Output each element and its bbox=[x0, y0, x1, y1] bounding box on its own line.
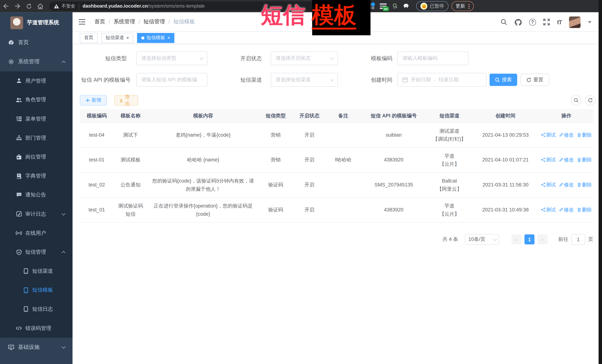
fullscreen-icon[interactable] bbox=[543, 19, 550, 25]
extension-list-icon[interactable]: on bbox=[380, 3, 387, 9]
col-actions: 操作 bbox=[539, 109, 593, 122]
app-title: 芋道管理系统 bbox=[27, 19, 59, 26]
add-button[interactable]: 新增 bbox=[80, 95, 107, 105]
gauge-icon bbox=[8, 40, 14, 46]
sidebar-item-post-mgmt[interactable]: 岗位管理 bbox=[0, 147, 73, 167]
breadcrumb: 首页 / 系统管理 / 短信管理 / 短信模板 bbox=[95, 18, 195, 25]
chevron-down-icon bbox=[330, 77, 334, 81]
sms-type-select[interactable]: 请选择短信类型 bbox=[136, 52, 207, 65]
close-icon[interactable]: × bbox=[168, 36, 170, 40]
tab-sms-template[interactable]: 短信模板 × bbox=[137, 33, 174, 43]
close-icon[interactable]: × bbox=[126, 36, 129, 40]
search-button[interactable]: 搜索 bbox=[490, 74, 517, 86]
sidebar-submenu-system: 用户管理 角色管理 菜单管理 部门管理 bbox=[0, 71, 73, 338]
sidebar-item-user-mgmt[interactable]: 用户管理 bbox=[0, 71, 73, 90]
sidebar-item-notice[interactable]: 通知公告 bbox=[0, 186, 73, 205]
delete-link[interactable]: 删除 bbox=[577, 131, 592, 139]
col-template-code: 模板编码 bbox=[80, 109, 114, 122]
edit-link[interactable]: 修改 bbox=[559, 181, 574, 189]
sidebar-logo[interactable]: 芋道管理系统 bbox=[0, 12, 73, 33]
test-link[interactable]: 测试 bbox=[541, 181, 556, 189]
extension-magnifier-icon[interactable] bbox=[392, 3, 398, 9]
channel-label: 短信渠道 bbox=[207, 73, 262, 87]
browser-menu-icon[interactable] bbox=[468, 4, 469, 9]
profile-paused-pill[interactable]: 已暂停 bbox=[416, 1, 448, 11]
reload-icon[interactable] bbox=[23, 0, 34, 12]
sidebar-item-sms-log[interactable]: 短信日志 bbox=[0, 300, 73, 319]
breadcrumb-sms[interactable]: 短信管理 bbox=[144, 18, 165, 25]
text-size-icon[interactable]: tT bbox=[557, 19, 562, 25]
page-size-select[interactable]: 10条/页 bbox=[465, 234, 499, 245]
monitor-icon bbox=[8, 344, 14, 350]
collapse-sidebar-icon[interactable] bbox=[79, 19, 85, 25]
edit-link[interactable]: 修改 bbox=[559, 131, 574, 139]
table-row: test_01 测试验证码短信 正在进行登录操作{operation}，您的验证… bbox=[80, 197, 593, 222]
insecure-label[interactable]: 不安全 bbox=[62, 3, 79, 10]
sidebar-item-role-mgmt[interactable]: 角色管理 bbox=[0, 90, 73, 109]
edit-link[interactable]: 修改 bbox=[559, 206, 574, 214]
sidebar-item-home[interactable]: 首页 bbox=[0, 33, 73, 52]
refresh-button[interactable] bbox=[585, 95, 595, 105]
status-select[interactable]: 请选择开启状态 bbox=[271, 52, 338, 65]
gear-icon bbox=[8, 59, 14, 65]
table-header-row: 模板编码 模板名称 模板内容 短信类型 开启状态 备注 短信 API 的模板编号… bbox=[80, 109, 593, 122]
date-range-picker[interactable]: 开始日期 - 结束日期 bbox=[398, 73, 487, 87]
annotation-title: 短信模板 bbox=[261, 2, 356, 28]
forward-icon[interactable] bbox=[11, 0, 23, 12]
export-button[interactable]: 导出 bbox=[115, 95, 138, 105]
status-label: 开启状态 bbox=[207, 52, 262, 65]
sidebar-item-errcode-mgmt[interactable]: 错误码管理 bbox=[0, 319, 73, 338]
sidebar-item-online-users[interactable]: 在线用户 bbox=[0, 224, 73, 243]
sidebar-item-menu-mgmt[interactable]: 菜单管理 bbox=[0, 109, 73, 128]
prev-page-button[interactable]: ‹ bbox=[511, 234, 521, 244]
channel-select[interactable]: 请选择短信渠道 bbox=[271, 73, 338, 87]
back-icon[interactable] bbox=[0, 0, 11, 12]
breadcrumb-home[interactable]: 首页 bbox=[95, 18, 105, 25]
insecure-warning-icon[interactable] bbox=[54, 4, 59, 9]
home-icon[interactable] bbox=[34, 0, 46, 12]
dict-book-icon bbox=[16, 173, 22, 179]
date-start-placeholder: 开始日期 bbox=[411, 76, 431, 83]
delete-link[interactable]: 删除 bbox=[577, 181, 592, 189]
badge-icon bbox=[16, 154, 22, 160]
breadcrumb-system[interactable]: 系统管理 bbox=[114, 18, 135, 25]
delete-link[interactable]: 删除 bbox=[577, 206, 592, 214]
col-channel: 短信渠道 bbox=[427, 109, 471, 122]
goto-page-input[interactable]: 1 bbox=[571, 234, 585, 245]
menu-tree-icon bbox=[16, 116, 22, 122]
delete-link[interactable]: 删除 bbox=[577, 156, 592, 164]
sidebar-item-sms-channel[interactable]: 短信渠道 bbox=[0, 262, 73, 281]
sidebar-item-system-mgmt[interactable]: 系统管理 bbox=[0, 52, 73, 72]
reset-button[interactable]: 重置 bbox=[521, 74, 549, 86]
browser-update-button[interactable]: 更新 bbox=[451, 1, 473, 11]
avatar-dropdown-icon[interactable] bbox=[588, 21, 592, 23]
user-avatar[interactable] bbox=[569, 16, 580, 28]
col-sms-type: 短信类型 bbox=[259, 109, 292, 122]
api-template-input[interactable]: 请输入短信 API 的模板编 bbox=[136, 73, 207, 87]
next-page-button[interactable]: › bbox=[538, 234, 548, 244]
calendar-icon bbox=[402, 77, 408, 83]
page-unit-label: 页 bbox=[588, 236, 593, 243]
sidebar: 芋道管理系统 首页 系统管理 用户管理 bbox=[0, 12, 73, 364]
edit-link[interactable]: 修改 bbox=[559, 156, 574, 164]
sidebar-item-dept-mgmt[interactable]: 部门管理 bbox=[0, 128, 73, 147]
sidebar-item-infrastructure[interactable]: 基础设施 bbox=[0, 338, 73, 357]
search-icon[interactable] bbox=[501, 19, 507, 25]
tab-home[interactable]: 首页 bbox=[80, 33, 97, 43]
sidebar-item-audit-log[interactable]: 审计日志 bbox=[0, 205, 73, 224]
window-scrollbar-strip[interactable] bbox=[599, 0, 602, 364]
extensions-puzzle-icon[interactable] bbox=[404, 3, 410, 10]
test-link[interactable]: 测试 bbox=[541, 131, 556, 139]
help-icon[interactable]: ? bbox=[529, 19, 536, 26]
sidebar-item-sms-mgmt[interactable]: 短信管理 bbox=[0, 242, 73, 262]
tab-sms-channel[interactable]: 短信渠道 × bbox=[101, 33, 133, 43]
template-code-input[interactable]: 请输入模板编码 bbox=[398, 52, 468, 65]
sidebar-item-sms-template[interactable]: 短信模板 bbox=[0, 281, 73, 300]
col-status: 开启状态 bbox=[292, 109, 326, 122]
toggle-search-button[interactable] bbox=[571, 95, 581, 105]
page-1-button[interactable]: 1 bbox=[525, 234, 535, 244]
github-icon[interactable] bbox=[514, 19, 522, 26]
test-link[interactable]: 测试 bbox=[541, 206, 556, 214]
sidebar-item-dict-mgmt[interactable]: 字典管理 bbox=[0, 166, 73, 186]
test-link[interactable]: 测试 bbox=[541, 156, 556, 164]
